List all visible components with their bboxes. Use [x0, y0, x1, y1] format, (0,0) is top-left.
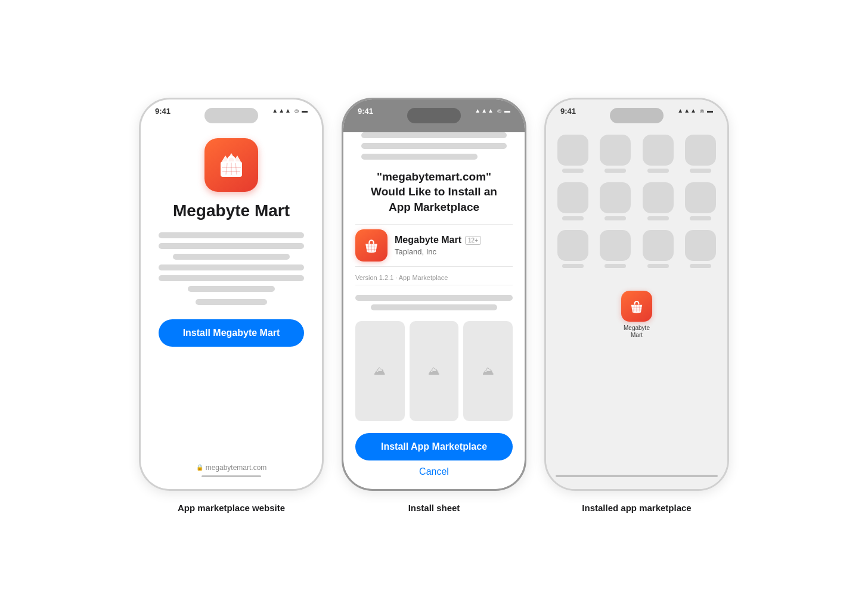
- basket-svg-3: [628, 297, 646, 315]
- status-time-1: 9:41: [155, 107, 170, 116]
- phone-frame-install: 9:41 ▲▲▲ ⌾ ▬: [342, 98, 526, 491]
- placeholder-line: [371, 304, 497, 310]
- image-icon-2: ⛰: [428, 364, 440, 378]
- grid-label: [647, 216, 669, 220]
- grid-item: [684, 230, 718, 268]
- grid-icon: [685, 230, 716, 261]
- app-info-row: Megabyte Mart 12+ Tapland, Inc: [355, 224, 513, 267]
- screenshot-3: ⛰: [463, 321, 513, 421]
- install-megabyte-mart-button[interactable]: Install Megabyte Mart: [159, 319, 304, 347]
- phones-container: 9:41 ▲▲▲ ⌾ ▬: [17, 98, 851, 513]
- grid-icon: [600, 182, 631, 213]
- homescreen-content: Megabyte Mart: [546, 99, 727, 489]
- app-grid-row-1: [556, 135, 718, 173]
- status-time-2: 9:41: [358, 107, 373, 116]
- homescreen: 9:41 ▲▲▲ ⌾ ▬: [546, 99, 727, 489]
- website-url: 🔒 megabytemart.com: [196, 463, 267, 472]
- grid-icon: [643, 182, 674, 213]
- sheet-content: "megabytemart.com" Would Like to Install…: [343, 99, 525, 489]
- dynamic-island-2: [407, 108, 461, 123]
- wifi-icon-3: ⌾: [700, 107, 704, 115]
- lock-icon: 🔒: [196, 464, 203, 471]
- screenshot-1: ⛰: [355, 321, 405, 421]
- website-screen: 9:41 ▲▲▲ ⌾ ▬: [141, 99, 322, 489]
- placeholder-line: [159, 264, 304, 270]
- phone-caption-1: App marketplace website: [178, 503, 285, 513]
- grid-label: [562, 216, 584, 220]
- developer-label: Tapland, Inc: [395, 247, 481, 256]
- sheet-title: "megabytemart.com" Would Like to Install…: [355, 169, 513, 215]
- grid-item: [556, 135, 590, 173]
- cancel-button[interactable]: Cancel: [419, 466, 449, 477]
- phone-frame-homescreen: 9:41 ▲▲▲ ⌾ ▬: [544, 98, 729, 491]
- wifi-icon-1: ⌾: [294, 107, 299, 115]
- grid-item: [684, 182, 718, 220]
- sheet-buttons: Install App Marketplace Cancel: [355, 433, 513, 477]
- grid-label: [690, 169, 711, 173]
- sheet-bg-line: [361, 154, 478, 160]
- app-icon-large: [204, 138, 258, 192]
- app-grid-row-2: [556, 182, 718, 220]
- image-icon-3: ⛰: [482, 364, 494, 378]
- placeholder-lines-1: [159, 232, 304, 305]
- grid-label: [647, 264, 669, 268]
- grid-label: [562, 264, 584, 268]
- status-icons-3: ▲▲▲ ⌾ ▬: [677, 107, 713, 115]
- placeholder-line: [188, 286, 275, 292]
- installed-app-name: Megabyte Mart: [624, 325, 650, 339]
- install-sheet-screen: 9:41 ▲▲▲ ⌾ ▬: [343, 99, 525, 489]
- signal-icon-2: ▲▲▲: [475, 107, 494, 114]
- battery-icon-3: ▬: [707, 107, 713, 114]
- placeholder-line: [159, 243, 304, 249]
- grid-label: [690, 264, 711, 268]
- sheet-bg-line: [361, 132, 507, 138]
- installed-app-icon-wrapper[interactable]: Megabyte Mart: [558, 291, 715, 339]
- sheet-separator: [355, 285, 513, 285]
- signal-icon-3: ▲▲▲: [677, 107, 697, 114]
- grid-icon: [557, 182, 588, 213]
- grid-icon: [557, 230, 588, 261]
- grid-icon: [685, 182, 716, 213]
- placeholder-line: [159, 232, 304, 238]
- grid-label: [690, 216, 711, 220]
- phone-wrapper-install: 9:41 ▲▲▲ ⌾ ▬: [342, 98, 526, 513]
- app-title-large: Megabyte Mart: [173, 201, 290, 220]
- image-icon-1: ⛰: [374, 364, 386, 378]
- grid-icon: [643, 135, 674, 166]
- grid-item: [556, 230, 590, 268]
- phone-wrapper-homescreen: 9:41 ▲▲▲ ⌾ ▬: [544, 98, 729, 513]
- phone-frame-website: 9:41 ▲▲▲ ⌾ ▬: [139, 98, 324, 491]
- grid-item: [641, 182, 675, 220]
- sheet-header-lines: [355, 132, 513, 160]
- grid-item: [599, 182, 633, 220]
- screenshot-2: ⛰: [410, 321, 459, 421]
- website-footer: 🔒 megabytemart.com: [141, 463, 322, 477]
- screenshots-row: ⛰ ⛰ ⛰: [355, 321, 513, 421]
- homescreen-dock: [556, 475, 718, 477]
- app-name-label: Megabyte Mart: [395, 235, 461, 245]
- grid-label: [604, 169, 626, 173]
- megabyte-mart-icon: [621, 291, 652, 322]
- signal-icon-1: ▲▲▲: [272, 107, 292, 114]
- app-grid-row-3: [556, 230, 718, 268]
- basket-svg-2: [362, 236, 381, 255]
- installed-app-area: Megabyte Mart: [556, 275, 718, 345]
- install-app-marketplace-button[interactable]: Install App Marketplace: [355, 433, 513, 460]
- basket-svg-1: [216, 150, 247, 180]
- grid-label: [604, 264, 626, 268]
- install-button-label: Install Megabyte Mart: [183, 328, 280, 338]
- status-icons-1: ▲▲▲ ⌾ ▬: [272, 107, 308, 115]
- phone-caption-2: Install sheet: [408, 503, 460, 513]
- grid-item: [556, 182, 590, 220]
- status-icons-2: ▲▲▲ ⌾ ▬: [475, 107, 510, 115]
- app-icon-small: [355, 229, 388, 262]
- placeholder-line: [173, 254, 289, 260]
- grid-label: [604, 216, 626, 220]
- grid-icon: [685, 135, 716, 166]
- sheet-bg-line: [361, 143, 507, 149]
- version-info: Version 1.2.1 · App Marketplace: [355, 274, 513, 281]
- website-content: Megabyte Mart Install Megabyte Mart: [141, 99, 322, 489]
- dynamic-island-3: [610, 108, 664, 123]
- sheet-placeholder-lines: [355, 295, 513, 310]
- battery-icon-2: ▬: [504, 107, 510, 114]
